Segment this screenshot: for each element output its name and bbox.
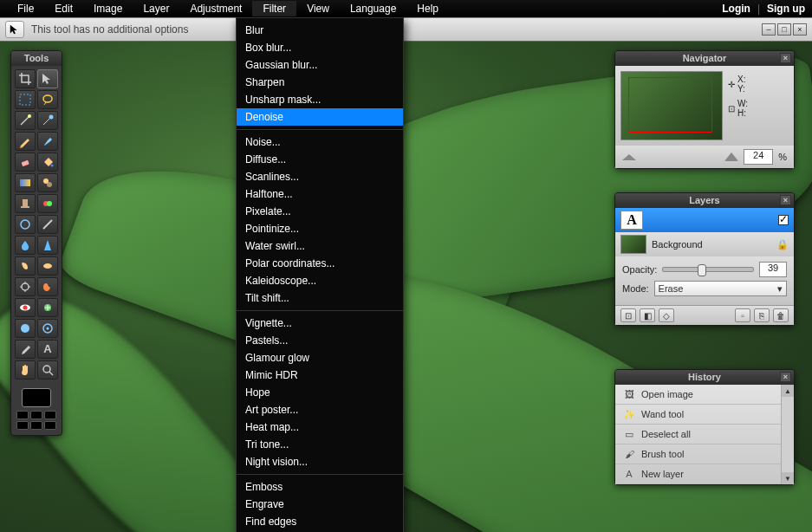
tools-panel-title[interactable]: Tools: [11, 51, 62, 66]
opacity-input[interactable]: 39: [759, 262, 787, 277]
login-link[interactable]: Login: [722, 3, 750, 15]
delete-layer-button[interactable]: 🗑: [773, 308, 789, 322]
opacity-knob[interactable]: [698, 264, 706, 276]
navigator-thumbnail[interactable]: [620, 71, 723, 140]
layer-styles-button[interactable]: ◇: [659, 308, 674, 322]
tool-pinch[interactable]: [37, 319, 58, 338]
menu-file[interactable]: File: [7, 1, 44, 16]
filter-item-noise[interactable]: Noise...: [237, 133, 403, 151]
filter-item-hope[interactable]: Hope: [237, 384, 403, 401]
history-item[interactable]: ✨Wand tool: [615, 405, 794, 425]
tool-pencil[interactable]: [15, 132, 36, 151]
layer-row[interactable]: Background🔒: [615, 232, 794, 256]
tool-spot-heal[interactable]: [37, 298, 58, 317]
menu-image[interactable]: Image: [83, 1, 133, 16]
tool-eraser[interactable]: [15, 152, 36, 172]
layers-title[interactable]: Layers×: [615, 193, 794, 208]
panel-close-icon[interactable]: ×: [780, 195, 791, 205]
filter-item-denoise[interactable]: Denoise: [237, 108, 403, 126]
menu-filter[interactable]: Filter: [252, 1, 296, 16]
tool-eyedropper[interactable]: [15, 340, 36, 359]
blend-mode-select[interactable]: Erase▾: [654, 281, 787, 296]
tool-wand[interactable]: [15, 111, 36, 130]
filter-item-art-poster[interactable]: Art poster...: [237, 401, 403, 418]
swatch[interactable]: [30, 411, 42, 419]
maximize-button[interactable]: □: [777, 23, 791, 36]
filter-item-box-blur[interactable]: Box blur...: [237, 39, 403, 56]
history-item[interactable]: ANew layer: [615, 464, 794, 484]
menu-language[interactable]: Language: [340, 1, 406, 16]
tool-redeye[interactable]: [15, 298, 36, 317]
tool-wand-quick[interactable]: [37, 111, 58, 130]
history-item[interactable]: ▭Deselect all: [615, 425, 794, 444]
filter-item-gaussian-blur[interactable]: Gaussian blur...: [237, 56, 403, 74]
tool-type[interactable]: A: [37, 340, 58, 359]
tool-line[interactable]: [37, 215, 58, 234]
layer-row[interactable]: A: [615, 208, 794, 232]
tool-lasso[interactable]: [37, 90, 58, 109]
swatch[interactable]: [16, 421, 29, 430]
tool-crop[interactable]: [15, 69, 36, 88]
tool-burn[interactable]: [37, 277, 58, 296]
history-item[interactable]: 🖌Brush tool: [615, 444, 794, 464]
menu-layer[interactable]: Layer: [133, 1, 179, 16]
filter-item-glamour-glow[interactable]: Glamour glow: [237, 349, 403, 367]
minimize-button[interactable]: –: [762, 23, 776, 36]
close-button[interactable]: ×: [793, 23, 807, 36]
tool-paintbucket[interactable]: [37, 152, 58, 172]
panel-close-icon[interactable]: ×: [780, 53, 791, 63]
filter-item-tri-tone[interactable]: Tri tone...: [237, 436, 403, 453]
swatch[interactable]: [44, 421, 56, 430]
menu-edit[interactable]: Edit: [44, 1, 83, 16]
tool-brush[interactable]: [37, 132, 58, 151]
swatch[interactable]: [16, 411, 29, 419]
duplicate-layer-button[interactable]: ⎘: [754, 308, 770, 322]
filter-item-pixelate[interactable]: Pixelate...: [237, 203, 403, 220]
navigator-title[interactable]: Navigator×: [615, 51, 794, 66]
tool-hand[interactable]: [15, 360, 36, 380]
filter-item-mimic-hdr[interactable]: Mimic HDR: [237, 367, 403, 384]
filter-item-diffuse[interactable]: Diffuse...: [237, 151, 403, 168]
tool-stamp[interactable]: [15, 194, 36, 213]
scroll-down-icon[interactable]: ▼: [782, 472, 794, 484]
filter-item-pastels[interactable]: Pastels...: [237, 332, 403, 349]
navigator-view-rect[interactable]: [628, 77, 712, 133]
swatch[interactable]: [44, 411, 56, 419]
tool-bloat[interactable]: [15, 319, 36, 338]
signup-link[interactable]: Sign up: [767, 3, 805, 15]
tool-zoom[interactable]: [37, 360, 58, 380]
menu-help[interactable]: Help: [406, 1, 449, 16]
filter-item-polar-coordinates[interactable]: Polar coordinates...: [237, 255, 403, 272]
filter-item-kaleidoscope[interactable]: Kaleidoscope...: [237, 272, 403, 289]
filter-item-night-vision[interactable]: Night vision...: [237, 453, 403, 470]
filter-item-heat-map[interactable]: Heat map...: [237, 418, 403, 436]
new-layer-button[interactable]: ▫: [735, 308, 750, 322]
tool-marquee[interactable]: [15, 90, 36, 109]
tool-sponge[interactable]: [37, 256, 58, 276]
tool-draw[interactable]: [15, 215, 36, 234]
tool-replace-color[interactable]: [37, 194, 58, 213]
swatch[interactable]: [30, 421, 42, 430]
history-title[interactable]: History×: [615, 370, 794, 385]
filter-item-sharpen[interactable]: Sharpen: [237, 74, 403, 91]
zoom-value-input[interactable]: 24: [744, 149, 773, 165]
zoom-slider[interactable]: [641, 151, 719, 163]
filter-item-tilt-shift[interactable]: Tilt shift...: [237, 289, 403, 307]
filter-item-halftone[interactable]: Halftone...: [237, 185, 403, 203]
foreground-swatch[interactable]: [22, 388, 51, 407]
filter-item-vignette[interactable]: Vignette...: [237, 315, 403, 332]
filter-item-scanlines[interactable]: Scanlines...: [237, 168, 403, 185]
tool-smudge[interactable]: [15, 256, 36, 276]
menu-adjustment[interactable]: Adjustment: [179, 1, 252, 16]
tool-sharpen[interactable]: [37, 236, 58, 255]
filter-item-emboss[interactable]: Emboss: [237, 478, 403, 496]
zoom-out-icon[interactable]: [622, 154, 636, 160]
scroll-up-icon[interactable]: ▲: [782, 385, 794, 397]
history-item[interactable]: 🖼Open image: [615, 385, 794, 405]
tool-gradient[interactable]: [15, 173, 36, 192]
layer-settings-button[interactable]: ⊡: [620, 308, 636, 322]
panel-close-icon[interactable]: ×: [780, 372, 791, 382]
filter-item-water-swirl[interactable]: Water swirl...: [237, 237, 403, 255]
opacity-slider[interactable]: [662, 267, 754, 272]
tool-blur[interactable]: [15, 236, 36, 255]
